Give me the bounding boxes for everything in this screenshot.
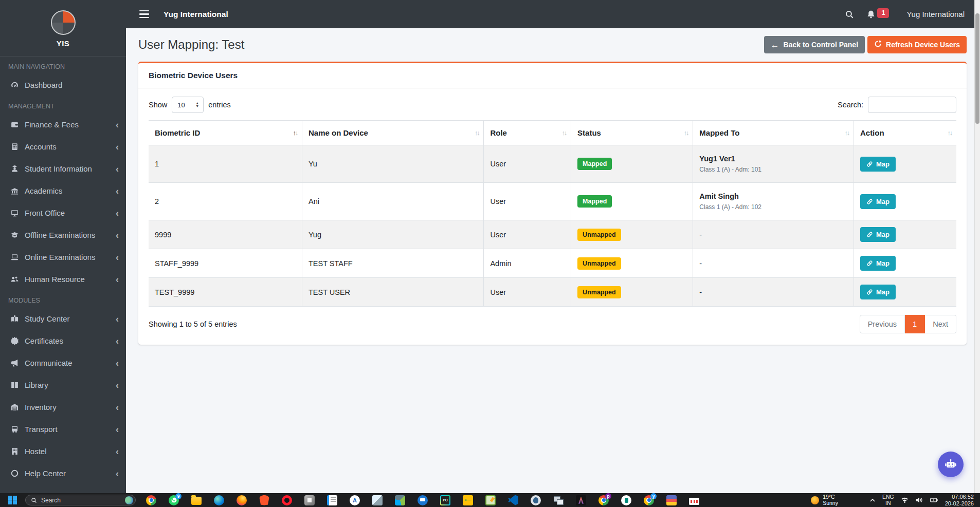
app-a-icon[interactable] [350, 495, 360, 505]
a-letter-app-icon[interactable] [576, 495, 586, 505]
sidebar-item-inventory[interactable]: Inventory [0, 396, 126, 418]
cell-name-on-device: Yu [302, 145, 483, 183]
winscp-icon[interactable] [463, 495, 473, 505]
hidden-icons-chevron[interactable] [869, 498, 876, 503]
mapped-name: - [699, 259, 847, 268]
postgresql-icon[interactable] [531, 495, 541, 505]
hamburger-menu-icon[interactable] [139, 10, 149, 18]
sidebar-item-accounts[interactable]: Accounts [0, 136, 126, 158]
cell-action: Map [854, 278, 956, 307]
cell-status: Unmapped [571, 249, 693, 278]
snipping-tool-icon[interactable] [304, 495, 315, 505]
navbar-brand[interactable]: Yug International [164, 10, 228, 19]
virtualbox-icon[interactable] [372, 495, 383, 505]
map-button[interactable]: Map [860, 194, 896, 209]
user-menu[interactable]: Yug International [906, 10, 965, 18]
putty-icon[interactable] [553, 495, 564, 505]
sidebar-item-finance-fees[interactable]: Finance & Fees [0, 114, 126, 136]
sidebar-item-help-center[interactable]: Help Center [0, 462, 126, 484]
search-icon[interactable] [845, 10, 854, 19]
sidebar-item-label: Front Office [25, 209, 116, 217]
pagination-page-1[interactable]: 1 [905, 315, 925, 333]
arrow-left-icon [771, 41, 779, 49]
firefox-icon[interactable] [237, 495, 247, 505]
column-header-status[interactable]: Status [571, 121, 693, 145]
main-content: User Mapping: Test Back to Control Panel… [126, 28, 975, 493]
edge-icon[interactable] [214, 495, 224, 505]
refresh-device-users-button[interactable]: Refresh Device Users [867, 36, 967, 53]
sidebar-item-transport[interactable]: Transport [0, 418, 126, 440]
winrar-icon[interactable] [666, 495, 677, 505]
column-header-action[interactable]: Action [854, 121, 956, 145]
chrome-icon[interactable] [146, 495, 156, 505]
map-button[interactable]: Map [860, 157, 896, 172]
whatsapp-icon[interactable]: 9 [169, 495, 179, 505]
sidebar-item-hostel[interactable]: Hostel [0, 440, 126, 462]
cell-mapped-to: - [693, 220, 854, 249]
windows-taskbar: Search 9 p y [0, 493, 980, 507]
sidebar-item-academics[interactable]: Academics [0, 180, 126, 202]
opera-icon[interactable] [282, 495, 292, 505]
laptop-icon [8, 253, 21, 261]
sidebar-item-online-examinations[interactable]: Online Examinations [0, 246, 126, 268]
map-button[interactable]: Map [860, 227, 896, 242]
pagination-previous[interactable]: Previous [860, 315, 905, 333]
notifications-button[interactable]: 1 [866, 10, 889, 19]
chrome-profile-p-icon[interactable]: p [598, 495, 609, 505]
region-code: IN [885, 500, 891, 506]
notepad-icon[interactable] [327, 495, 337, 505]
brave-icon[interactable] [259, 495, 269, 505]
back-to-control-panel-button[interactable]: Back to Control Panel [764, 36, 865, 53]
mapped-name: - [699, 288, 847, 296]
brand-logo[interactable]: YIS [0, 0, 126, 57]
sidebar-item-offline-examinations[interactable]: Offline Examinations [0, 224, 126, 246]
windows-start-icon[interactable] [8, 496, 17, 504]
chatbot-button[interactable] [938, 452, 964, 477]
chevron-left-icon [116, 381, 119, 390]
sidebar-item-human-resource[interactable]: Human Resource [0, 268, 126, 290]
sort-icon [293, 129, 297, 137]
sidebar-item-study-center[interactable]: Study Center [0, 308, 126, 330]
clock-widget[interactable]: 07:06:5220-02-2026 [945, 494, 974, 506]
column-label: Biometric ID [155, 128, 200, 137]
volume-icon[interactable] [915, 497, 923, 503]
taskbar-search[interactable]: Search [25, 495, 136, 505]
file-explorer-icon[interactable] [191, 497, 202, 505]
remote-desktop-icon[interactable] [418, 495, 428, 505]
wifi-icon[interactable] [901, 497, 909, 503]
sidebar-item-front-office[interactable]: Front Office [0, 202, 126, 224]
column-header-name-on-device[interactable]: Name on Device [302, 121, 483, 145]
column-header-mapped-to[interactable]: Mapped To [693, 121, 854, 145]
sidebar-item-certificates[interactable]: Certificates [0, 330, 126, 352]
table-row: TEST_9999 TEST USER User Unmapped - Map [149, 278, 956, 307]
red-card-app-icon[interactable] [689, 498, 699, 505]
warehouse-icon [8, 403, 21, 411]
sidebar-item-library[interactable]: Library [0, 374, 126, 396]
sidebar-item-dashboard[interactable]: Dashboard [0, 74, 126, 96]
chevron-left-icon [116, 253, 119, 262]
sidebar-item-student-information[interactable]: Student Information [0, 158, 126, 180]
door-app-icon[interactable] [621, 495, 631, 505]
weather-widget[interactable]: 19°CSunny [811, 494, 838, 506]
vscode-icon[interactable] [508, 495, 518, 505]
navbar-right: 1 Yug International [845, 10, 965, 19]
column-header-role[interactable]: Role [484, 121, 571, 145]
entries-select[interactable]: 10 [172, 97, 204, 113]
cell-name-on-device: Yug [302, 220, 483, 249]
table-search-input[interactable] [868, 97, 956, 113]
temperature: 19°C [823, 494, 834, 500]
chrome-profile-y-icon[interactable]: y [644, 495, 654, 505]
notepad-plus-plus-icon[interactable] [485, 495, 496, 505]
map-button[interactable]: Map [860, 256, 896, 271]
pycharm-icon[interactable] [440, 495, 450, 505]
column-header-biometric-id[interactable]: Biometric ID [149, 121, 302, 145]
sidebar-item-label: Hostel [25, 447, 116, 456]
language-indicator[interactable]: ENGIN [882, 494, 894, 506]
battery-icon[interactable] [930, 497, 938, 503]
map-button[interactable]: Map [860, 285, 896, 299]
sidebar-item-communicate[interactable]: Communicate [0, 352, 126, 374]
vertical-scrollbar[interactable] [974, 0, 980, 493]
netbeans-icon[interactable] [395, 495, 405, 505]
pagination-next[interactable]: Next [925, 315, 956, 333]
scrollbar-thumb[interactable] [975, 13, 979, 124]
